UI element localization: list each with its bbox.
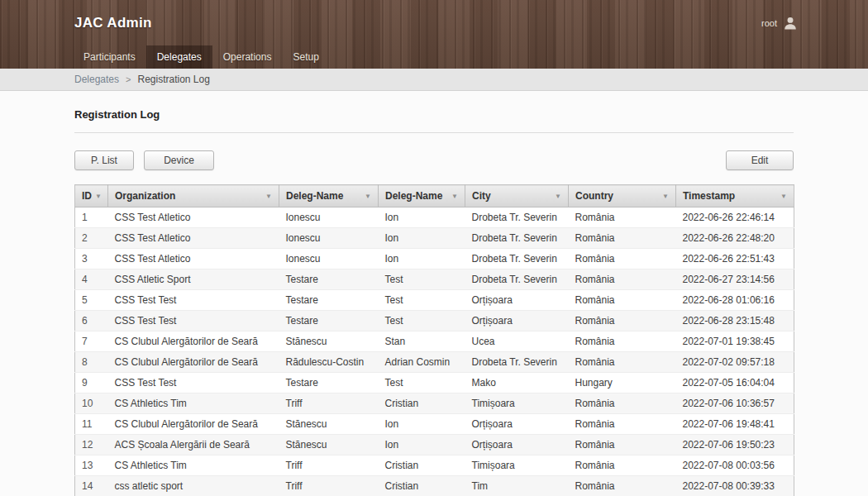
title-divider: [74, 132, 794, 133]
page-content: Registration Log P. List Device Edit ID▼…: [0, 91, 868, 496]
table-row[interactable]: 1CSS Test AtleticoIonescuIonDrobeta Tr. …: [75, 207, 794, 228]
breadcrumb-link-delegates[interactable]: Delegates: [74, 74, 119, 85]
table-header-row: ID▼Organization▼Deleg-Name▼Deleg-Name▼Ci…: [75, 185, 794, 207]
user-icon[interactable]: [783, 16, 798, 31]
column-header-label: Deleg-Name: [385, 190, 442, 202]
column-header-label: City: [472, 190, 491, 202]
table-row[interactable]: 8CS Clubul Alergătorilor de SearăRădules…: [75, 352, 794, 373]
table-cell: CSS Test Test: [108, 311, 279, 331]
sort-arrow-icon[interactable]: ▼: [451, 193, 458, 200]
nav-tab-participants[interactable]: Participants: [73, 45, 146, 69]
table-cell: 2022-06-27 23:14:56: [676, 269, 794, 290]
table-cell: Ionescu: [279, 249, 379, 269]
table-cell: 8: [75, 352, 108, 373]
plist-button[interactable]: P. List: [74, 150, 134, 170]
edit-button[interactable]: Edit: [726, 150, 794, 170]
table-row[interactable]: 6CSS Test TestTestareTestOrțișoaraRomâni…: [75, 311, 794, 331]
table-cell: CS Clubul Alergătorilor de Seară: [108, 414, 279, 435]
table-cell: CSS Test Test: [108, 373, 279, 393]
table-row[interactable]: 4CSS Atletic SportTestareTestDrobeta Tr.…: [75, 269, 794, 290]
nav-tab-delegates[interactable]: Delegates: [146, 45, 212, 69]
table-cell: Adrian Cosmin: [379, 352, 465, 373]
table-cell: CSS Atletic Sport: [108, 269, 279, 290]
table-cell: 2022-07-06 19:48:41: [676, 414, 794, 435]
username-label: root: [761, 18, 777, 28]
sort-arrow-icon[interactable]: ▼: [780, 193, 787, 200]
table-cell: Triff: [279, 393, 379, 414]
table-cell: 2022-07-08 00:39:33: [676, 476, 794, 496]
table-row[interactable]: 5CSS Test TestTestareTestOrțișoaraRomâni…: [75, 290, 794, 311]
column-header-timestamp[interactable]: Timestamp▼: [676, 185, 794, 207]
table-cell: CSS Test Atletico: [108, 249, 279, 269]
table-row[interactable]: 3CSS Test AtleticoIonescuIonDrobeta Tr. …: [75, 249, 794, 269]
column-header-label: Organization: [115, 190, 175, 202]
table-row[interactable]: 14css atletic sportTriffCristianTimRomân…: [75, 476, 794, 496]
column-header-city[interactable]: City▼: [465, 185, 569, 207]
nav-tab-setup[interactable]: Setup: [282, 45, 329, 69]
table-row[interactable]: 13CS Athletics TimTriffCristianTimișoara…: [75, 455, 794, 476]
table-cell: Ionescu: [279, 228, 379, 249]
user-menu[interactable]: root: [761, 16, 798, 31]
table-cell: 6: [75, 311, 108, 331]
table-cell: Orțișoara: [465, 311, 569, 331]
table-cell: 2022-07-02 09:57:18: [676, 352, 794, 373]
table-cell: 9: [75, 373, 108, 393]
table-cell: Stănescu: [279, 414, 379, 435]
table-row[interactable]: 11CS Clubul Alergătorilor de SearăStănes…: [75, 414, 794, 435]
table-cell: 14: [75, 476, 108, 496]
table-cell: România: [569, 393, 676, 414]
table-row[interactable]: 2CSS Test AtleticoIonescuIonDrobeta Tr. …: [75, 228, 794, 249]
sort-arrow-icon[interactable]: ▼: [365, 193, 371, 200]
table-cell: România: [569, 249, 676, 269]
table-cell: 4: [75, 269, 108, 290]
table-cell: Test: [379, 311, 465, 331]
table-cell: 2022-06-26 22:48:20: [676, 228, 794, 249]
table-cell: Drobeta Tr. Severin: [465, 228, 569, 249]
toolbar-left-group: P. List Device: [74, 150, 214, 170]
nav-tab-operations[interactable]: Operations: [212, 45, 283, 69]
app-title: JAC Admin: [74, 15, 152, 31]
table-cell: Cristian: [379, 476, 465, 496]
table-body: 1CSS Test AtleticoIonescuIonDrobeta Tr. …: [75, 207, 794, 496]
column-header-id[interactable]: ID▼: [75, 185, 108, 207]
table-cell: Rădulescu-Costin: [279, 352, 379, 373]
table-row[interactable]: 9CSS Test TestTestareTestMakoHungary2022…: [75, 373, 794, 393]
table-row[interactable]: 10CS Athletics TimTriffCristianTimișoara…: [75, 393, 794, 414]
table-cell: 7: [75, 331, 108, 352]
table-cell: România: [569, 476, 676, 496]
table-cell: 11: [75, 414, 108, 435]
table-cell: 2022-06-28 01:06:16: [676, 290, 794, 311]
table-cell: Testare: [279, 269, 379, 290]
column-header-country[interactable]: Country▼: [569, 185, 676, 207]
app-header: JAC Admin root ParticipantsDelegatesOper…: [0, 0, 868, 69]
device-button[interactable]: Device: [144, 150, 214, 170]
column-header-label: Country: [575, 190, 613, 202]
table-cell: Ionescu: [279, 207, 379, 228]
breadcrumb: Delegates > Registration Log: [0, 69, 868, 91]
table-row[interactable]: 7CS Clubul Alergătorilor de SearăStănesc…: [75, 331, 794, 352]
sort-arrow-icon[interactable]: ▼: [265, 193, 272, 200]
table-cell: România: [569, 435, 676, 455]
table-row[interactable]: 12ACS Școala Alergării de SearăStănescuI…: [75, 435, 794, 455]
table-cell: Drobeta Tr. Severin: [465, 352, 569, 373]
table-cell: 1: [75, 207, 108, 228]
column-header-label: Timestamp: [683, 190, 735, 202]
table-cell: Cristian: [379, 455, 465, 476]
table-cell: Hungary: [569, 373, 676, 393]
table-cell: 2022-07-01 19:38:45: [676, 331, 794, 352]
table-cell: Testare: [279, 311, 379, 331]
table-cell: Orțișoara: [465, 290, 569, 311]
table-cell: Tim: [465, 476, 569, 496]
sort-arrow-icon[interactable]: ▼: [95, 193, 102, 200]
table-cell: CS Clubul Alergătorilor de Seară: [108, 331, 279, 352]
column-header-deleg-name[interactable]: Deleg-Name▼: [379, 185, 465, 207]
sort-arrow-icon[interactable]: ▼: [555, 193, 561, 200]
table-cell: 2022-06-26 22:51:43: [676, 249, 794, 269]
table-cell: România: [569, 352, 676, 373]
column-header-label: Deleg-Name: [286, 190, 343, 202]
table-cell: Triff: [279, 455, 379, 476]
column-header-organization[interactable]: Organization▼: [108, 185, 279, 207]
sort-arrow-icon[interactable]: ▼: [662, 193, 669, 200]
table-cell: 2022-06-28 23:15:48: [676, 311, 794, 331]
column-header-deleg-name[interactable]: Deleg-Name▼: [279, 185, 379, 207]
